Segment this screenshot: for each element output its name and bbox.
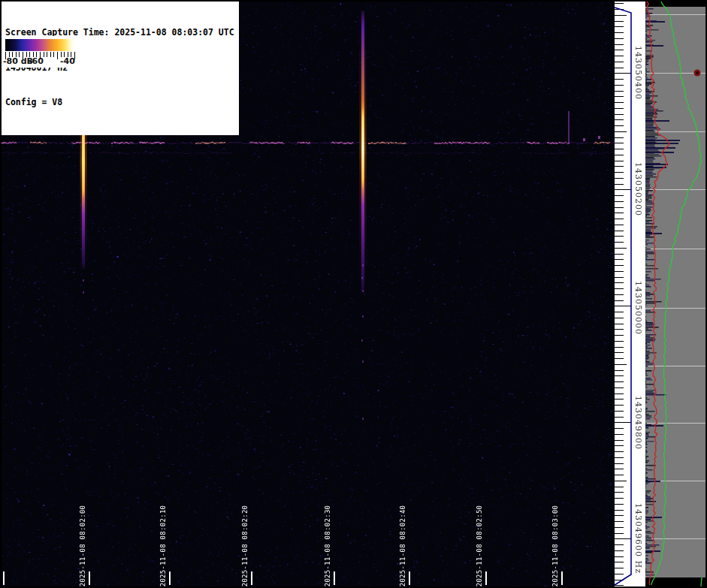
app-window: 2025-11-08 08:02:002025-11-08 08:02:1020… [0,0,707,588]
colorbar-gradient [5,39,74,51]
colorbar-label-mid: -60 [29,56,44,66]
intensity-colorbar: -80 dB -60 -40 [2,36,78,68]
colorbar-label-max: -40 [60,56,75,66]
colorbar-labels: -80 dB -60 -40 [2,56,78,67]
config-text: Config = V8 [5,97,234,109]
frequency-axis [615,2,645,586]
capture-info-box: Screen Capture Time: 2025-11-08 08:03:07… [2,2,239,135]
spectrum-panel [645,2,705,586]
